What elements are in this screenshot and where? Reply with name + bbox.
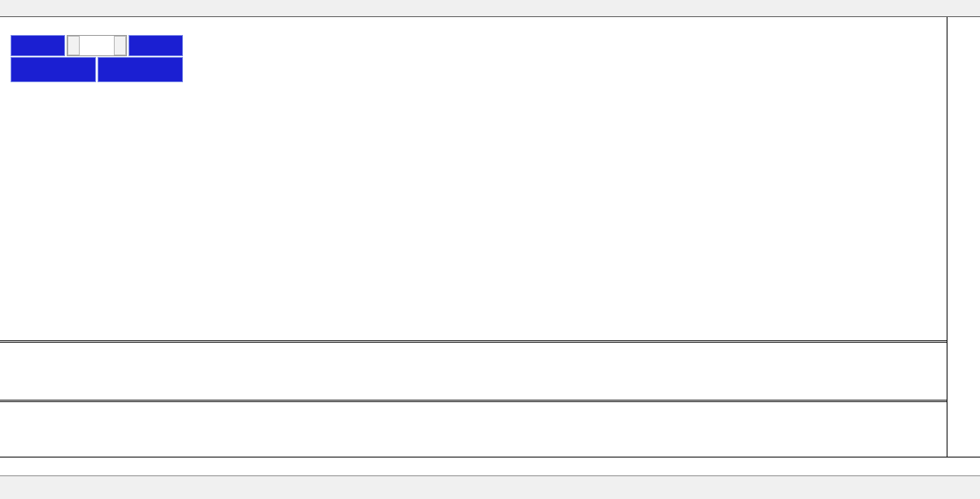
price-axis[interactable]	[947, 17, 980, 457]
macd-indicator-panel[interactable]	[0, 343, 947, 400]
volume-increase-button[interactable]	[114, 36, 126, 55]
date-axis[interactable]	[0, 457, 980, 475]
sell-price-quote[interactable]	[11, 57, 96, 82]
sell-button[interactable]	[11, 35, 65, 56]
timeframe-toolbar	[0, 0, 980, 17]
trading-platform-window	[0, 0, 980, 499]
buy-price-quote[interactable]	[98, 57, 183, 82]
volume-decrease-button[interactable]	[68, 36, 80, 55]
one-click-trade-panel	[11, 35, 183, 82]
buy-button[interactable]	[128, 35, 183, 56]
chart-frame	[0, 17, 980, 475]
chart-tab-bar	[0, 475, 980, 499]
volume-spinner	[67, 35, 127, 56]
rsi-indicator-panel[interactable]	[0, 402, 947, 457]
volume-input[interactable]	[80, 36, 114, 55]
